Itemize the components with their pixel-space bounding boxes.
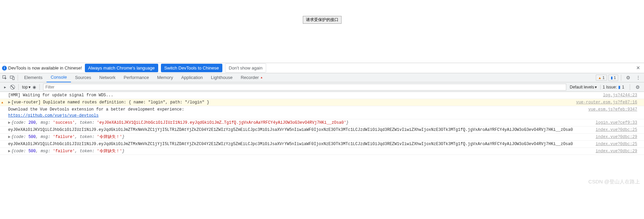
watermark: CSDN @登山人在路上 — [588, 179, 640, 185]
console-log-row[interactable]: ▶{code: 500, msg: 'failure', token: '令牌缺… — [0, 148, 644, 155]
log-link[interactable]: https://github.com/vuejs/vue-devtools — [8, 113, 98, 118]
expand-icon[interactable]: ▶ — [8, 134, 11, 140]
page-content: 请求受保护的接口 — [0, 0, 644, 63]
issues-label: 1 Issue: — [603, 85, 617, 89]
tab-sources[interactable]: Sources — [71, 73, 95, 82]
tab-performance[interactable]: Performance — [119, 73, 153, 82]
console-log-row[interactable]: eyJ0eXAiOiJKV1QiLCJhbGciOiJIUzI1NiJ9.eyJ… — [0, 141, 644, 148]
separator — [18, 75, 18, 81]
tab-application[interactable]: Application — [177, 73, 207, 82]
close-icon[interactable]: × — [634, 64, 642, 72]
tab-network[interactable]: Network — [95, 73, 120, 82]
issues-count: 1 — [622, 85, 624, 89]
log-message: eyJ0eXAiOiJKV1QiLCJhbGciOiJIUzI1NiJ9.eyJ… — [8, 127, 592, 133]
expand-icon[interactable]: ▶ — [8, 148, 11, 154]
console-log-row[interactable]: eyJ0eXAiOiJKV1QiLCJhbGciOiJIUzI1NiJ9.eyJ… — [0, 126, 644, 134]
console-log-row[interactable]: ▶{code: 200, msg: 'success', token: 'eyJ… — [0, 119, 644, 126]
console-settings-icon[interactable]: ⚙ — [633, 84, 642, 90]
info-badge[interactable]: ▮1 — [608, 75, 618, 81]
log-message: ▶{code: 200, msg: 'success', token: 'eyJ… — [8, 120, 592, 126]
filter-input[interactable] — [43, 84, 567, 91]
tab-memory[interactable]: Memory — [153, 73, 177, 82]
log-message: eyJ0eXAiOiJKV1QiLCJhbGciOiJIUzI1NiJ9.eyJ… — [8, 141, 592, 147]
expand-icon[interactable]: ▶ — [8, 99, 11, 105]
separator — [18, 84, 19, 90]
more-icon[interactable]: ⋮ — [634, 75, 643, 80]
log-message: ▶{code: 500, msg: 'failure', token: '令牌缺… — [8, 148, 592, 154]
match-language-button[interactable]: Always match Chrome's language — [85, 64, 158, 72]
log-message: ▶{code: 500, msg: 'failure', token: '令牌缺… — [8, 134, 592, 140]
log-source-link[interactable]: index.vue?0dbc:29 — [596, 134, 637, 140]
tab-elements[interactable]: Elements — [20, 73, 47, 82]
live-expression-icon[interactable]: ◉ — [33, 85, 36, 89]
devtools-tabs-bar: ElementsConsoleSourcesNetworkPerformance… — [0, 73, 644, 82]
separator — [39, 84, 40, 90]
console-log-row[interactable]: [HMR] Waiting for update signal from WDS… — [0, 92, 644, 99]
inspect-icon[interactable] — [1, 74, 8, 81]
tab-lighthouse[interactable]: Lighthouse — [207, 73, 237, 82]
clear-console-icon[interactable] — [10, 85, 15, 89]
log-source-link[interactable]: index.vue?0dbc:25 — [596, 127, 637, 133]
log-message: [HMR] Waiting for update signal from WDS… — [8, 92, 600, 98]
log-message: ▶[vue-router] Duplicate named routes def… — [8, 99, 573, 105]
device-toggle-icon[interactable] — [9, 74, 16, 81]
log-levels-selector[interactable]: Default levels ▾ — [568, 84, 598, 90]
log-source-link[interactable]: login.vue?cef9:33 — [596, 120, 637, 126]
context-selector[interactable]: top ▾ — [22, 85, 31, 89]
separator — [621, 75, 621, 81]
console-log-row[interactable]: ▶{code: 500, msg: 'failure', token: '令牌缺… — [0, 134, 644, 141]
info-icon: i — [2, 66, 7, 71]
devtools-language-banner: i DevTools is now available in Chinese! … — [0, 63, 644, 73]
settings-icon[interactable]: ⚙ — [624, 75, 632, 80]
svg-rect-2 — [13, 77, 14, 80]
log-source-link[interactable]: vue.esm.js?efeb:9347 — [588, 106, 637, 119]
toggle-drawer-icon[interactable]: ▸ — [2, 84, 8, 90]
switch-language-button[interactable]: Switch DevTools to Chinese — [161, 64, 222, 72]
separator — [630, 84, 630, 90]
request-protected-api-button[interactable]: 请求受保护的接口 — [303, 16, 342, 24]
log-source-link[interactable]: log.js?4244:23 — [603, 92, 637, 98]
dismiss-banner-button[interactable]: Don't show again — [225, 63, 266, 73]
console-log-row[interactable]: ▶[vue-router] Duplicate named routes def… — [0, 99, 644, 106]
tab-recorder[interactable]: Recorder▲ — [237, 73, 267, 82]
log-source-link[interactable]: index.vue?0dbc:29 — [596, 148, 637, 154]
console-output: [HMR] Waiting for update signal from WDS… — [0, 92, 644, 155]
log-source-link[interactable]: index.vue?0dbc:25 — [596, 141, 637, 147]
issues-link[interactable]: 1 Issue: ▮ 1 — [600, 85, 626, 89]
console-filter-bar: ▸ top ▾ ◉ Default levels ▾ 1 Issue: ▮ 1 … — [0, 82, 644, 92]
log-source-link[interactable]: vue-router.esm.js?fe87:16 — [576, 99, 637, 105]
tab-console[interactable]: Console — [47, 73, 71, 82]
warnings-count: 1 — [603, 76, 605, 80]
banner-text: DevTools is now available in Chinese! — [8, 65, 82, 71]
console-log-row[interactable]: Download the Vue Devtools extension for … — [0, 106, 644, 119]
log-message: Download the Vue Devtools extension for … — [8, 106, 585, 119]
warnings-badge[interactable]: ▲1 — [596, 75, 607, 81]
info-count: 1 — [614, 76, 616, 80]
expand-icon[interactable]: ▶ — [8, 120, 11, 126]
